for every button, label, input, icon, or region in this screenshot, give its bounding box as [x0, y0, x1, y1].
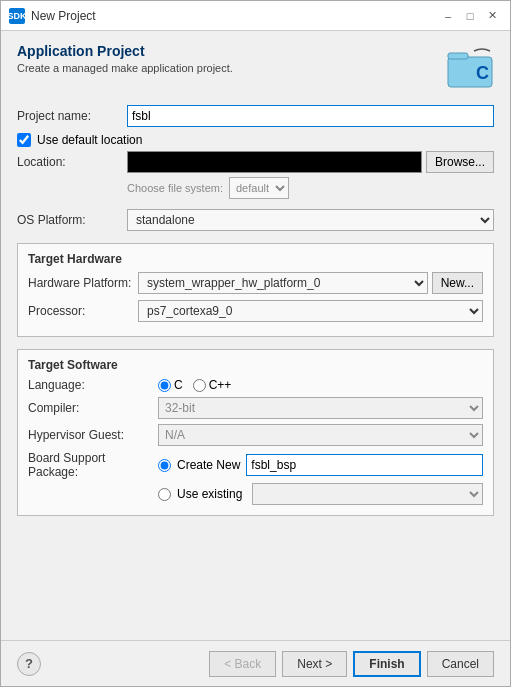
processor-row: Processor: ps7_cortexa9_0	[28, 300, 483, 322]
project-name-input-wrap	[127, 105, 494, 127]
page-icon: C	[446, 43, 494, 91]
use-existing-wrap: Use existing	[158, 483, 483, 505]
bsp-name-input[interactable]	[246, 454, 483, 476]
use-default-checkbox[interactable]	[17, 133, 31, 147]
use-existing-label[interactable]: Use existing	[177, 487, 242, 501]
title-bar: SDK New Project – □ ✕	[1, 1, 510, 31]
project-name-label: Project name:	[17, 109, 127, 123]
use-existing-row: Use existing	[28, 483, 483, 505]
os-platform-select[interactable]: standalone	[127, 209, 494, 231]
project-name-input[interactable]	[127, 105, 494, 127]
os-platform-label: OS Platform:	[17, 213, 127, 227]
language-c-radio[interactable]	[158, 379, 171, 392]
use-default-location-row: Use default location	[17, 133, 494, 147]
processor-select[interactable]: ps7_cortexa9_0	[138, 300, 483, 322]
hypervisor-label: Hypervisor Guest:	[28, 428, 158, 442]
hypervisor-row: Hypervisor Guest: N/A	[28, 424, 483, 446]
back-button[interactable]: < Back	[209, 651, 276, 677]
page-title: Application Project	[17, 43, 233, 59]
page-header: Application Project Create a managed mak…	[17, 43, 494, 91]
next-button[interactable]: Next >	[282, 651, 347, 677]
close-button[interactable]: ✕	[482, 6, 502, 26]
use-existing-select[interactable]	[252, 483, 483, 505]
filesystem-label: Choose file system:	[127, 182, 223, 194]
language-cpp-label[interactable]: C++	[209, 378, 232, 392]
target-software-section: Target Software Language: C C++ Com	[17, 349, 494, 516]
footer-buttons: < Back Next > Finish Cancel	[209, 651, 494, 677]
bsp-row: Board Support Package: Create New	[28, 451, 483, 479]
page-header-text: Application Project Create a managed mak…	[17, 43, 233, 74]
window-title: New Project	[31, 9, 432, 23]
bsp-label: Board Support Package:	[28, 451, 158, 479]
project-name-row: Project name:	[17, 105, 494, 127]
app-icon: SDK	[9, 8, 25, 24]
location-label: Location:	[17, 155, 127, 169]
language-cpp-radio[interactable]	[193, 379, 206, 392]
hw-platform-select[interactable]: system_wrapper_hw_platform_0	[138, 272, 428, 294]
window-controls: – □ ✕	[438, 6, 502, 26]
processor-label: Processor:	[28, 304, 138, 318]
language-radio-group: C C++	[158, 378, 231, 392]
hw-platform-row: Hardware Platform: system_wrapper_hw_pla…	[28, 272, 483, 294]
filesystem-row: Choose file system: default	[17, 177, 494, 199]
svg-text:C: C	[476, 63, 489, 83]
use-default-label[interactable]: Use default location	[37, 133, 142, 147]
create-new-label[interactable]: Create New	[177, 458, 240, 472]
language-cpp-option: C++	[193, 378, 232, 392]
target-hardware-title: Target Hardware	[28, 252, 483, 266]
compiler-select[interactable]: 32-bit	[158, 397, 483, 419]
browse-button[interactable]: Browse...	[426, 151, 494, 173]
language-label: Language:	[28, 378, 158, 392]
language-c-option: C	[158, 378, 183, 392]
create-new-radio[interactable]	[158, 459, 171, 472]
location-row: Location: Browse...	[17, 151, 494, 173]
hypervisor-select[interactable]: N/A	[158, 424, 483, 446]
language-c-label[interactable]: C	[174, 378, 183, 392]
location-input[interactable]	[127, 151, 422, 173]
help-button[interactable]: ?	[17, 652, 41, 676]
cancel-button[interactable]: Cancel	[427, 651, 494, 677]
folder-icon: C	[446, 43, 494, 91]
dialog-content: Application Project Create a managed mak…	[1, 31, 510, 640]
os-platform-select-wrap: standalone	[127, 209, 494, 231]
bsp-create-new-wrap: Create New	[158, 454, 483, 476]
target-hardware-section: Target Hardware Hardware Platform: syste…	[17, 243, 494, 337]
target-software-title: Target Software	[28, 358, 483, 372]
new-hw-button[interactable]: New...	[432, 272, 483, 294]
finish-button[interactable]: Finish	[353, 651, 420, 677]
dialog-window: SDK New Project – □ ✕ Application Projec…	[0, 0, 511, 687]
maximize-button[interactable]: □	[460, 6, 480, 26]
filesystem-select[interactable]: default	[229, 177, 289, 199]
minimize-button[interactable]: –	[438, 6, 458, 26]
compiler-label: Compiler:	[28, 401, 158, 415]
hw-platform-label: Hardware Platform:	[28, 276, 138, 290]
compiler-row: Compiler: 32-bit	[28, 397, 483, 419]
dialog-footer: ? < Back Next > Finish Cancel	[1, 640, 510, 686]
language-row: Language: C C++	[28, 378, 483, 392]
page-subtitle: Create a managed make application projec…	[17, 62, 233, 74]
svg-rect-1	[448, 53, 468, 59]
os-platform-row: OS Platform: standalone	[17, 209, 494, 231]
use-existing-radio[interactable]	[158, 488, 171, 501]
